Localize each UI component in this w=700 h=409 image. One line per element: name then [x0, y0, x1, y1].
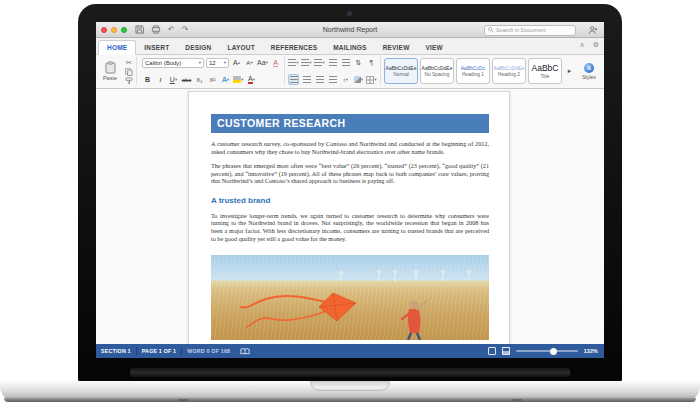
- numbering-button[interactable]: ▾: [301, 57, 312, 68]
- highlight-button[interactable]: ▾: [233, 74, 244, 85]
- font-size-value: 12: [209, 60, 222, 66]
- tab-layout[interactable]: LAYOUT: [219, 41, 262, 54]
- redo-icon[interactable]: ↷: [182, 26, 189, 34]
- show-formatting-marks-button[interactable]: ¶: [366, 57, 377, 68]
- decrease-indent-button[interactable]: [327, 57, 338, 68]
- outdent-icon: [329, 59, 337, 66]
- ribbon-settings-gear-icon[interactable]: ⚙: [593, 41, 599, 49]
- minimize-button[interactable]: [111, 27, 117, 33]
- search-icon: [488, 27, 494, 33]
- style-sample: AaBbCcDc: [461, 65, 485, 71]
- clear-formatting-button[interactable]: A: [270, 57, 281, 68]
- cut-icon[interactable]: ✂: [124, 57, 135, 68]
- superscript-button[interactable]: X²: [207, 74, 218, 85]
- tab-mailings[interactable]: MAILINGS: [325, 41, 374, 54]
- styles-pane-button[interactable]: A Styles: [577, 63, 601, 80]
- style-name: Heading 1: [462, 72, 484, 77]
- style-title[interactable]: AaBbC Title: [528, 58, 562, 84]
- bullets-button[interactable]: ▾: [288, 57, 299, 68]
- laptop-foot: [512, 399, 522, 401]
- save-icon[interactable]: [135, 25, 144, 34]
- font-size-select[interactable]: 12 ▾: [206, 58, 229, 68]
- align-right-button[interactable]: [314, 74, 325, 85]
- clipboard-icon: [105, 61, 116, 74]
- justify-icon: [329, 76, 337, 83]
- align-center-button[interactable]: [301, 74, 312, 85]
- close-button[interactable]: [101, 27, 107, 33]
- borders-button[interactable]: ▾: [366, 74, 377, 85]
- italic-button[interactable]: I: [155, 74, 166, 85]
- copy-icon[interactable]: [125, 68, 133, 76]
- font-name-value: Calibri (Body): [145, 60, 197, 66]
- zoom-slider[interactable]: [516, 350, 578, 352]
- tab-view[interactable]: VIEW: [417, 41, 450, 54]
- text-effects-button[interactable]: A▾: [220, 74, 231, 85]
- ribbon-tab-bar: HOME INSERT DESIGN LAYOUT REFERENCES MAI…: [96, 38, 604, 55]
- styles-pane-icon: A: [584, 63, 594, 73]
- paste-label: Paste: [103, 75, 117, 81]
- style-normal[interactable]: AaBbCcDdEe Normal: [384, 58, 418, 84]
- tab-review[interactable]: REVIEW: [375, 41, 418, 54]
- paste-button[interactable]: Paste: [99, 57, 121, 85]
- strikethrough-button[interactable]: abc: [181, 74, 192, 85]
- style-sample: AaBbCcDdEe: [494, 65, 525, 71]
- document-title-banner: CUSTOMER RESEARCH: [211, 114, 489, 133]
- align-left-button[interactable]: [288, 74, 299, 85]
- laptop-base-edge: [4, 398, 696, 402]
- window-controls: [101, 27, 127, 33]
- laptop-foot: [178, 399, 188, 401]
- word-count-indicator[interactable]: WORD 0 OF 168: [182, 344, 235, 358]
- proofing-book-icon[interactable]: [235, 344, 255, 358]
- zoom-level[interactable]: 132%: [584, 348, 598, 354]
- print-layout-view-icon[interactable]: [488, 347, 496, 355]
- search-box[interactable]: [484, 25, 576, 36]
- styles-gallery-more-icon[interactable]: ▸: [564, 66, 575, 77]
- format-painter-icon[interactable]: [125, 77, 133, 85]
- page-indicator[interactable]: PAGE 1 OF 1: [137, 344, 181, 358]
- share-person-icon[interactable]: [588, 25, 598, 35]
- highlighter-icon: [233, 76, 241, 83]
- caret-down-icon: ▾: [199, 60, 201, 65]
- kite-field-photo[interactable]: [211, 255, 489, 340]
- style-no-spacing[interactable]: AaBbCcDdEe No Spacing: [420, 58, 454, 84]
- styles-pane-label: Styles: [582, 74, 596, 80]
- font-name-select[interactable]: Calibri (Body) ▾: [142, 58, 204, 68]
- style-heading-1[interactable]: AaBbCcDc Heading 1: [456, 58, 490, 84]
- collapse-ribbon-icon[interactable]: ∧: [580, 41, 585, 49]
- webcam: [347, 11, 352, 16]
- style-name: Title: [541, 74, 550, 79]
- document-workspace: CUSTOMER RESEARCH A customer research su…: [96, 89, 604, 344]
- grow-font-button[interactable]: A▴: [231, 57, 242, 68]
- shading-button[interactable]: ▾: [353, 74, 364, 85]
- print-icon[interactable]: [151, 25, 161, 34]
- tab-home[interactable]: HOME: [98, 40, 136, 55]
- justify-button[interactable]: [327, 74, 338, 85]
- style-heading-2[interactable]: AaBbCcDdEe Heading 2: [492, 58, 526, 84]
- tab-insert[interactable]: INSERT: [136, 41, 177, 54]
- tab-design[interactable]: DESIGN: [177, 41, 219, 54]
- subscript-button[interactable]: X₂: [194, 74, 205, 85]
- sort-button[interactable]: ⇅: [353, 57, 364, 68]
- bullet-list-icon: [288, 59, 296, 66]
- web-layout-view-icon[interactable]: [502, 347, 510, 355]
- photo-illustration: [211, 255, 489, 340]
- section-indicator[interactable]: SECTION 1: [96, 344, 136, 358]
- shrink-font-button[interactable]: A▾: [244, 57, 255, 68]
- tab-references[interactable]: REFERENCES: [263, 41, 325, 54]
- align-left-icon: [290, 76, 298, 83]
- change-case-button[interactable]: Aa▾: [257, 57, 268, 68]
- multilevel-list-button[interactable]: ▾: [314, 57, 325, 68]
- fullscreen-button[interactable]: [121, 27, 127, 33]
- word-app-window: ↶ ↷ Northwind Report HOME INSERT DESIGN …: [96, 22, 604, 358]
- zoom-slider-knob[interactable]: [550, 348, 557, 355]
- underline-button[interactable]: U▾: [168, 74, 179, 85]
- undo-icon[interactable]: ↶: [168, 26, 175, 34]
- font-group: Calibri (Body) ▾ 12 ▾ A▴ A▾ Aa▾ A B I U▾…: [142, 57, 281, 85]
- document-page[interactable]: CUSTOMER RESEARCH A customer research su…: [188, 91, 510, 344]
- font-color-button[interactable]: A▾: [246, 74, 257, 85]
- style-sample: AaBbCcDdEe: [386, 65, 417, 71]
- bold-button[interactable]: B: [142, 74, 153, 85]
- search-input[interactable]: [496, 27, 572, 33]
- line-spacing-button[interactable]: ↕▾: [340, 74, 351, 85]
- increase-indent-button[interactable]: [340, 57, 351, 68]
